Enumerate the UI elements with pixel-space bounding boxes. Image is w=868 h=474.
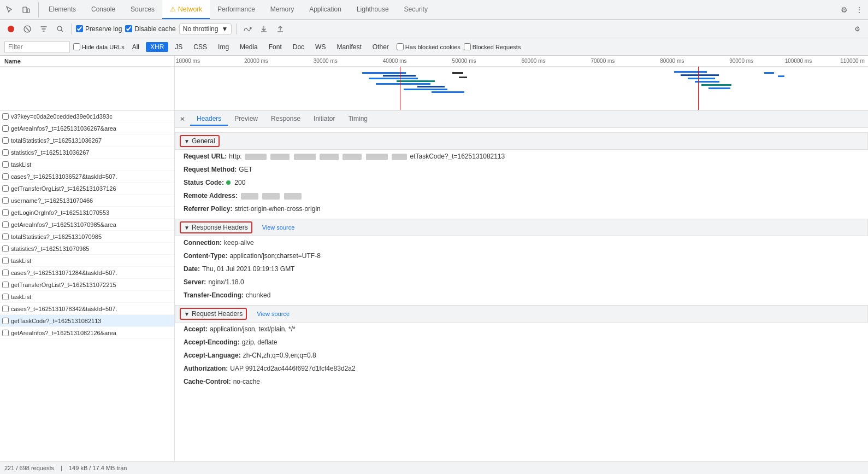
- filter-icon[interactable]: [37, 22, 50, 36]
- item-checkbox-3[interactable]: [2, 149, 9, 156]
- item-checkbox-14[interactable]: [2, 282, 9, 288]
- detail-tab-initiator[interactable]: Initiator: [307, 113, 341, 126]
- detail-tabs: ✕ Headers Preview Response Initiator Tim…: [175, 110, 868, 128]
- detail-tab-headers[interactable]: Headers: [190, 113, 228, 126]
- tab-sources[interactable]: Sources: [123, 0, 162, 19]
- preserve-log-checkbox[interactable]: Preserve log: [76, 25, 122, 33]
- settings-icon[interactable]: ⚙: [837, 3, 851, 16]
- rh-server-label: Server:: [184, 277, 206, 287]
- reqh-cache-control-value: no-cache: [233, 377, 260, 387]
- item-checkbox-7[interactable]: [2, 197, 9, 204]
- item-checkbox-12[interactable]: [2, 258, 9, 264]
- network-item-8[interactable]: getLoginOrgInfo?_t=1625131070553: [0, 207, 174, 219]
- network-item-10[interactable]: totalStatistics?_t=1625131070985: [0, 231, 174, 243]
- detail-tab-response[interactable]: Response: [264, 113, 307, 126]
- throttle-select[interactable]: No throttling ▼: [179, 24, 232, 34]
- item-checkbox-4[interactable]: [2, 161, 9, 168]
- network-item-3[interactable]: statistics?_t=1625131036267: [0, 147, 174, 159]
- network-item-5[interactable]: cases?_t=1625131036527&taskId=507.: [0, 171, 174, 183]
- network-list[interactable]: v3?key=c0da2e0cedded39e0c1d393c getAreaI…: [0, 110, 175, 461]
- tab-application[interactable]: Application: [302, 0, 349, 19]
- item-checkbox-1[interactable]: [2, 125, 9, 132]
- ruler-tick-6: 60000 ms: [522, 58, 546, 64]
- tab-performance[interactable]: Performance: [210, 0, 263, 19]
- more-icon[interactable]: ⋮: [853, 3, 866, 16]
- item-checkbox-15[interactable]: [2, 294, 9, 300]
- export-icon[interactable]: [274, 22, 287, 36]
- item-checkbox-6[interactable]: [2, 185, 9, 192]
- type-manifest[interactable]: Manifest: [332, 42, 365, 52]
- network-item-1[interactable]: getAreaInfos?_t=1625131036267&area: [0, 122, 174, 134]
- network-item-17[interactable]: getTaskCode?_t=1625131082113: [0, 315, 174, 327]
- network-conditions-icon[interactable]: [241, 22, 254, 36]
- network-item-2[interactable]: totalStatistics?_t=1625131036267: [0, 134, 174, 147]
- filter-input[interactable]: [4, 41, 70, 53]
- network-item-4[interactable]: taskList: [0, 159, 174, 171]
- detail-tab-timing[interactable]: Timing: [341, 113, 374, 126]
- network-item-14[interactable]: getTransferOrgList?_t=1625131072215: [0, 279, 174, 291]
- item-checkbox-8[interactable]: [2, 209, 9, 216]
- tab-security[interactable]: Security: [397, 0, 435, 19]
- search-icon[interactable]: [54, 22, 67, 36]
- inspect-icon[interactable]: [2, 2, 17, 17]
- item-checkbox-0[interactable]: [2, 113, 9, 120]
- general-section-header[interactable]: ▼ General: [175, 132, 868, 150]
- type-other[interactable]: Other: [368, 42, 393, 52]
- tab-memory[interactable]: Memory: [263, 0, 302, 19]
- type-xhr[interactable]: XHR: [146, 42, 168, 52]
- tab-network[interactable]: ⚠Network: [162, 0, 210, 19]
- request-headers-view-source[interactable]: View source: [257, 311, 290, 317]
- network-item-16[interactable]: cases?_t=1625131078342&taskId=507.: [0, 303, 174, 315]
- clear-button[interactable]: [21, 22, 34, 36]
- network-item-18[interactable]: getAreaInfos?_t=1625131082126&area: [0, 327, 174, 339]
- type-css[interactable]: CSS: [189, 42, 211, 52]
- url-blur-2: [270, 154, 290, 160]
- network-settings-icon[interactable]: ⚙: [851, 22, 864, 36]
- type-all[interactable]: All: [128, 42, 144, 52]
- disable-cache-checkbox[interactable]: Disable cache: [125, 25, 175, 33]
- network-item-15[interactable]: taskList: [0, 291, 174, 303]
- item-checkbox-11[interactable]: [2, 245, 9, 252]
- network-item-11[interactable]: statistics?_t=1625131070985: [0, 243, 174, 255]
- import-icon[interactable]: [257, 22, 270, 36]
- response-headers-view-source[interactable]: View source: [262, 224, 295, 231]
- remote-blur-1: [241, 193, 258, 200]
- item-checkbox-17[interactable]: [2, 318, 9, 324]
- type-img[interactable]: Img: [214, 42, 233, 52]
- network-item-7[interactable]: username?_t=1625131070466: [0, 195, 174, 207]
- has-blocked-cookies-checkbox[interactable]: Has blocked cookies: [397, 43, 460, 50]
- tab-lighthouse[interactable]: Lighthouse: [349, 0, 397, 19]
- network-item-0[interactable]: v3?key=c0da2e0cedded39e0c1d393c: [0, 110, 174, 122]
- remote-address-value: [240, 191, 303, 201]
- item-checkbox-2[interactable]: [2, 137, 9, 144]
- general-section: ▼ General Request URL: http:: [175, 132, 868, 215]
- hide-data-urls-checkbox[interactable]: Hide data URLs: [73, 43, 125, 50]
- tab-elements[interactable]: Elements: [41, 0, 84, 19]
- item-checkbox-10[interactable]: [2, 233, 9, 240]
- blocked-requests-checkbox[interactable]: Blocked Requests: [464, 43, 521, 50]
- response-headers-section-header[interactable]: ▼ Response Headers View source: [175, 219, 868, 236]
- type-media[interactable]: Media: [235, 42, 262, 52]
- detail-tab-preview[interactable]: Preview: [228, 113, 264, 126]
- network-item-12[interactable]: taskList: [0, 255, 174, 267]
- type-font[interactable]: Font: [264, 42, 286, 52]
- type-doc[interactable]: Doc: [288, 42, 309, 52]
- network-item-6[interactable]: getTransferOrgList?_t=1625131037126: [0, 183, 174, 195]
- network-item-13[interactable]: cases?_t=1625131071284&taskId=507.: [0, 267, 174, 279]
- request-headers-section-header[interactable]: ▼ Request Headers View source: [175, 305, 868, 323]
- item-checkbox-13[interactable]: [2, 270, 9, 276]
- waterfall-bar-6: [417, 86, 445, 87]
- headers-content: ▼ General Request URL: http:: [175, 128, 868, 393]
- item-checkbox-16[interactable]: [2, 306, 9, 312]
- record-button[interactable]: [4, 22, 17, 36]
- response-headers-title-outlined: ▼ Response Headers: [180, 221, 252, 233]
- item-checkbox-5[interactable]: [2, 173, 9, 180]
- type-ws[interactable]: WS: [311, 42, 330, 52]
- device-toolbar-icon[interactable]: [19, 2, 34, 17]
- close-detail-button[interactable]: ✕: [177, 114, 188, 125]
- network-item-9[interactable]: getAreaInfos?_t=1625131070985&area: [0, 219, 174, 231]
- type-js[interactable]: JS: [170, 42, 187, 52]
- item-checkbox-9[interactable]: [2, 221, 9, 228]
- tab-console[interactable]: Console: [84, 0, 123, 19]
- item-checkbox-18[interactable]: [2, 330, 9, 336]
